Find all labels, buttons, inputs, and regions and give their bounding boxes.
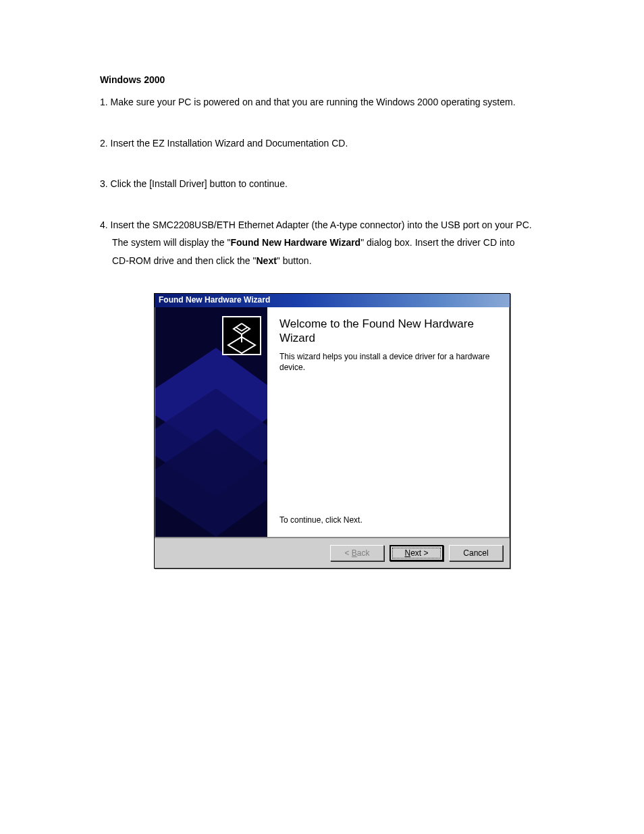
step-number: 4. [100, 219, 111, 230]
wizard-side-graphic [155, 307, 267, 537]
wizard-description: This wizard helps you install a device d… [279, 352, 497, 373]
step-text: Click the [Install Driver] button to con… [111, 178, 288, 189]
text-bold: Found New Hardware Wizard [230, 237, 360, 248]
button-mnemonic: N [404, 548, 410, 558]
back-button: < Back [330, 545, 384, 561]
step-text: Insert the SMC2208USB/ETH Ethernet Adapt… [111, 219, 532, 230]
step-text-line: CD-ROM drive and then click the "Next" b… [100, 252, 597, 270]
text-fragment: " button. [277, 255, 312, 266]
wizard-dialog: Found New Hardware Wizard W [154, 293, 510, 569]
step-text: Insert the EZ Installation Wizard and Do… [111, 138, 348, 149]
button-prefix: < [344, 548, 351, 558]
text-bold: Next [257, 255, 277, 266]
wizard-button-row: < Back Next > Cancel [155, 538, 510, 568]
text-fragment: " dialog box. Insert the driver CD into [360, 237, 514, 248]
wizard-titlebar: Found New Hardware Wizard [155, 294, 510, 307]
step-number: 2. [100, 138, 111, 149]
cancel-button[interactable]: Cancel [449, 545, 503, 561]
step-4: 4. Insert the SMC2208USB/ETH Ethernet Ad… [100, 216, 597, 270]
step-number: 3. [100, 178, 111, 189]
wizard-content: Welcome to the Found New Hardware Wizard… [267, 307, 509, 537]
next-button[interactable]: Next > [390, 545, 444, 561]
step-text-line: The system will display the "Found New H… [100, 234, 597, 252]
text-fragment: The system will display the " [112, 237, 230, 248]
wizard-body: Welcome to the Found New Hardware Wizard… [155, 307, 510, 538]
section-heading: Windows 2000 [100, 74, 597, 85]
button-suffix: ext > [410, 548, 428, 558]
step-3: 3. Click the [Install Driver] button to … [100, 175, 597, 193]
button-mnemonic: B [352, 548, 357, 558]
button-suffix: ack [357, 548, 370, 558]
text-fragment: CD-ROM drive and then click the " [112, 255, 257, 266]
wizard-continue-text: To continue, click Next. [279, 515, 497, 530]
step-2: 2. Insert the EZ Installation Wizard and… [100, 134, 597, 153]
wizard-heading: Welcome to the Found New Hardware Wizard [279, 317, 497, 346]
step-text: Make sure your PC is powered on and that… [111, 97, 516, 107]
step-number: 1. [100, 97, 111, 107]
step-1: 1. Make sure your PC is powered on and t… [100, 93, 597, 111]
